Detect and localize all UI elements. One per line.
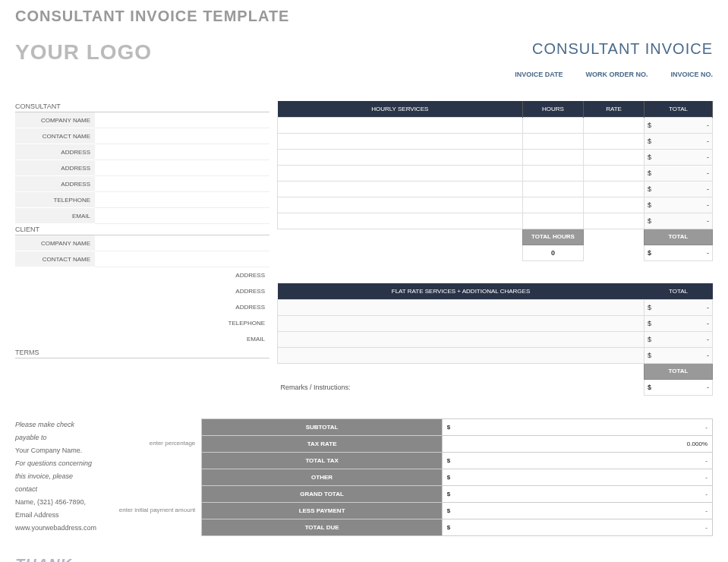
label-company: COMPANY NAME	[15, 112, 95, 128]
totaldue-value: $-	[442, 519, 712, 535]
other-label: OTHER	[202, 469, 443, 485]
consultant-address1-input[interactable]	[95, 144, 269, 160]
rate-header: RATE	[584, 101, 644, 117]
hourly-total-value: $-	[644, 245, 713, 260]
taxrate-value[interactable]: 0.000%	[442, 435, 712, 452]
label-address: ADDRESS	[15, 176, 95, 192]
totaldue-label: TOTAL DUE	[202, 519, 443, 535]
label-email: EMAIL	[15, 208, 95, 224]
service-cell[interactable]	[278, 117, 523, 133]
lesspayment-value[interactable]: $-	[442, 502, 712, 519]
enter-initial-hint: enter initial payment amount	[96, 502, 195, 519]
service-cell[interactable]	[278, 133, 523, 149]
hours-cell[interactable]	[523, 149, 584, 165]
rate-cell[interactable]	[584, 213, 644, 229]
total-hours-value: 0	[523, 245, 584, 260]
row-total-cell: $-	[644, 165, 713, 181]
hourly-summary-values: 0 $-	[278, 245, 713, 260]
flat-total-header: TOTAL	[644, 283, 713, 299]
row-total-cell: $-	[644, 117, 713, 133]
invoice-date-col: INVOICE DATE	[515, 71, 563, 78]
label-company: COMPANY NAME	[15, 235, 95, 251]
consultant-address3-input[interactable]	[95, 176, 269, 192]
service-cell[interactable]	[278, 213, 523, 229]
totals-area: enter percentage enter initial payment a…	[96, 418, 713, 536]
lesspayment-row: LESS PAYMENT$-	[202, 502, 713, 519]
flat-service-cell[interactable]	[278, 347, 644, 363]
thank-you: THANK YOU	[15, 550, 96, 562]
totaltax-value: $-	[442, 452, 712, 469]
invoice-document: CONSULTANT INVOICE TEMPLATE YOUR LOGO CO…	[0, 0, 728, 562]
consultant-email-input[interactable]	[95, 208, 269, 224]
page-title: CONSULTANT INVOICE TEMPLATE	[15, 8, 713, 25]
hourly-total-label: TOTAL	[644, 229, 713, 245]
flat-service-cell[interactable]	[278, 299, 644, 315]
other-value[interactable]: $-	[442, 469, 712, 485]
bottom-area: Please make check payable to Your Compan…	[15, 418, 713, 563]
hours-cell[interactable]	[523, 181, 584, 197]
hours-cell[interactable]	[523, 117, 584, 133]
grandtotal-value: $-	[442, 485, 712, 502]
label-address: ADDRESS	[15, 288, 269, 295]
consultant-section-header: CONSULTANT	[15, 101, 269, 112]
taxrate-label: TAX RATE	[202, 435, 443, 452]
hourly-row: $-	[278, 165, 713, 181]
rate-cell[interactable]	[584, 149, 644, 165]
consultant-address2-input[interactable]	[95, 160, 269, 176]
payable-to-label: Please make check payable to	[15, 418, 96, 444]
service-cell[interactable]	[278, 165, 523, 181]
rate-cell[interactable]	[584, 117, 644, 133]
flat-service-cell[interactable]	[278, 331, 644, 347]
invoice-date-label: INVOICE DATE	[515, 71, 563, 78]
consultant-telephone-input[interactable]	[95, 192, 269, 208]
rate-cell[interactable]	[584, 133, 644, 149]
client-address3-row: ADDRESS	[15, 299, 269, 315]
label-contact: CONTACT NAME	[15, 251, 95, 267]
hourly-row: $-	[278, 133, 713, 149]
flat-total-cell: $-	[644, 315, 713, 331]
flat-rate-table: FLAT RATE SERVICES + ADDITIONAL CHARGES …	[277, 283, 713, 396]
footer-text: Please make check payable to Your Compan…	[15, 418, 96, 563]
rate-cell[interactable]	[584, 181, 644, 197]
contact-line: Name, (321) 456-7890, Email Address	[15, 496, 96, 522]
hours-cell[interactable]	[523, 197, 584, 213]
rate-cell[interactable]	[584, 165, 644, 181]
hours-cell[interactable]	[523, 213, 584, 229]
hours-cell[interactable]	[523, 133, 584, 149]
work-order-label: WORK ORDER NO.	[585, 71, 648, 78]
consultant-address1-row: ADDRESS	[15, 144, 269, 160]
flat-service-cell[interactable]	[278, 315, 644, 331]
document-type: CONSULTANT INVOICE	[532, 40, 713, 58]
totaltax-row: TOTAL TAX$-	[202, 452, 713, 469]
hourly-row: $-	[278, 181, 713, 197]
invoice-no-col: INVOICE NO.	[670, 71, 713, 78]
questions-label: For questions concerning this invoice, p…	[15, 457, 96, 496]
row-total-cell: $-	[644, 197, 713, 213]
row-total-cell: $-	[644, 149, 713, 165]
header-row: YOUR LOGO CONSULTANT INVOICE	[15, 40, 713, 65]
client-contact-input[interactable]	[95, 251, 269, 267]
consultant-address3-row: ADDRESS	[15, 176, 269, 192]
consultant-contact-input[interactable]	[95, 128, 269, 144]
hourly-row: $-	[278, 149, 713, 165]
rate-cell[interactable]	[584, 197, 644, 213]
client-company-input[interactable]	[95, 235, 269, 251]
service-cell[interactable]	[278, 197, 523, 213]
flat-row: $-	[278, 347, 713, 363]
service-cell[interactable]	[278, 181, 523, 197]
logo-placeholder: YOUR LOGO	[15, 40, 152, 65]
flat-row: $-	[278, 331, 713, 347]
hours-cell[interactable]	[523, 165, 584, 181]
consultant-company-input[interactable]	[95, 112, 269, 128]
right-column: HOURLY SERVICES HOURS RATE TOTAL $- $- $…	[277, 101, 713, 396]
hourly-row: $-	[278, 197, 713, 213]
lesspayment-label: LESS PAYMENT	[202, 502, 443, 519]
label-contact: CONTACT NAME	[15, 128, 95, 144]
row-total-cell: $-	[644, 133, 713, 149]
payable-company: Your Company Name.	[15, 444, 96, 457]
label-address: ADDRESS	[15, 304, 269, 311]
totaldue-row: TOTAL DUE$-	[202, 519, 713, 535]
service-cell[interactable]	[278, 149, 523, 165]
invoice-meta-row: INVOICE DATE WORK ORDER NO. INVOICE NO.	[15, 71, 713, 78]
consultant-company-row: COMPANY NAME	[15, 112, 269, 128]
